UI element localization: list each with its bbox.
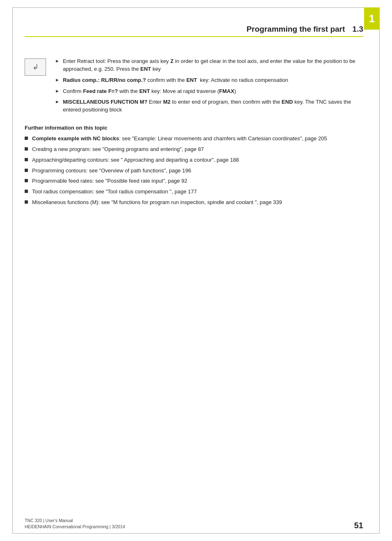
arrow-bullet-list: ► Enter Retract tool: Press the orange a… (55, 58, 363, 117)
further-info-text-4: Programming contours: see "Overview of p… (32, 167, 363, 175)
further-info-item-7: Miscellaneous functions (M): see "M func… (25, 199, 363, 207)
arrow-icon-2: ► (55, 77, 60, 84)
square-bullet-2 (25, 147, 28, 151)
square-bullet-1 (25, 137, 28, 140)
tool-icon-box: ↲ (25, 58, 46, 76)
further-info-item-5: Programmable feed rates: see "Possible f… (25, 177, 363, 185)
further-info-text-1: Complete example with NC blocks: see "Ex… (32, 135, 363, 143)
bullet-text-1: Enter Retract tool: Press the orange axi… (63, 58, 363, 73)
bullet-item-2: ► Radius comp.: RL/RR/no comp.? confirm … (55, 77, 363, 84)
square-bullet-7 (25, 200, 28, 204)
bullet-item-3: ► Confirm Feed rate F=? with the ENT key… (55, 88, 363, 95)
square-bullet-5 (25, 179, 28, 182)
further-info-text-6: Tool radius compensation: see "Tool radi… (32, 188, 363, 196)
retract-tool-icon: ↲ (32, 63, 39, 72)
bullet-item-1: ► Enter Retract tool: Press the orange a… (55, 58, 363, 73)
further-info-text-5: Programmable feed rates: see "Possible f… (32, 177, 363, 185)
further-info-title: Further information on this topic (25, 125, 363, 131)
bullet-text-3: Confirm Feed rate F=? with the ENT key: … (63, 88, 363, 95)
footer-line1: TNC 320 | User's Manual (25, 518, 125, 524)
bullet-item-4: ► MISCELLANEOUS FUNCTION M? Enter M2 to … (55, 98, 363, 114)
border-right (379, 7, 380, 534)
border-left (12, 7, 13, 534)
footer-left: TNC 320 | User's Manual HEIDENHAIN Conve… (25, 518, 125, 531)
arrow-icon-4: ► (55, 99, 60, 105)
square-bullet-4 (25, 169, 28, 172)
square-bullet-6 (25, 190, 28, 193)
further-info-text-3: Approaching/departing contours: see " Ap… (32, 156, 363, 164)
further-info-item-4: Programming contours: see "Overview of p… (25, 167, 363, 175)
further-info-item-2: Creating a new program: see "Opening pro… (25, 146, 363, 153)
bullet-text-2: Radius comp.: RL/RR/no comp.? confirm wi… (63, 77, 363, 84)
header-title: Programming the first part (247, 25, 345, 34)
further-info-text-7: Miscellaneous functions (M): see "M func… (32, 199, 363, 207)
further-info-item-3: Approaching/departing contours: see " Ap… (25, 156, 363, 164)
arrow-icon-1: ► (55, 58, 60, 65)
border-top (12, 7, 380, 8)
further-info-item-6: Tool radius compensation: see "Tool radi… (25, 188, 363, 196)
page-header: Programming the first part 1.3 (25, 25, 363, 37)
further-info-section: Further information on this topic Comple… (25, 125, 363, 207)
square-bullet-3 (25, 158, 28, 161)
further-info-list: Complete example with NC blocks: see "Ex… (25, 135, 363, 207)
main-content: ↲ ► Enter Retract tool: Press the orange… (25, 58, 363, 209)
bullet-text-4: MISCELLANEOUS FUNCTION M? Enter M2 to en… (63, 98, 363, 114)
arrow-icon-3: ► (55, 88, 60, 95)
chapter-tab: 1 (364, 7, 380, 30)
further-info-text-2: Creating a new program: see "Opening pro… (32, 146, 363, 153)
chapter-number: 1 (369, 12, 375, 25)
further-info-item-1: Complete example with NC blocks: see "Ex… (25, 135, 363, 143)
page-number: 51 (354, 521, 363, 530)
header-section: 1.3 (353, 25, 363, 34)
icon-section: ↲ ► Enter Retract tool: Press the orange… (25, 58, 363, 117)
border-bottom (12, 533, 380, 534)
footer-line2: HEIDENHAIN Conversational Programming | … (25, 524, 125, 530)
page-footer: TNC 320 | User's Manual HEIDENHAIN Conve… (25, 518, 363, 531)
